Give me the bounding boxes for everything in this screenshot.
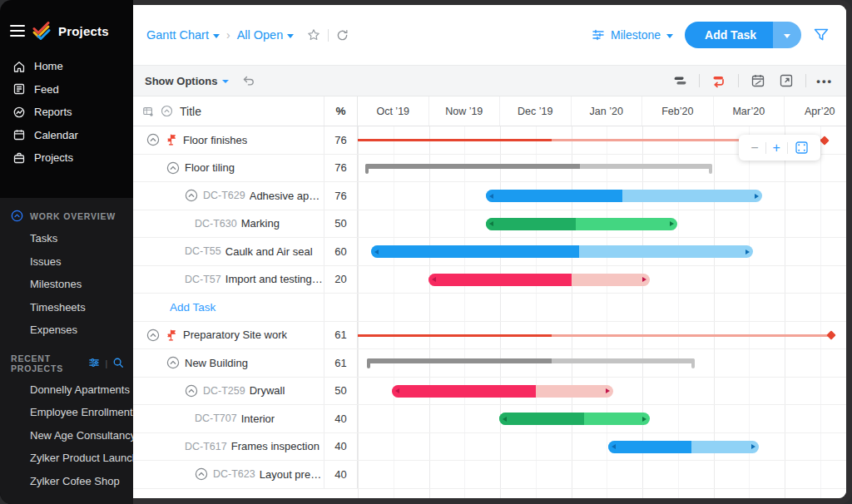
zoom-fit-icon[interactable]	[795, 141, 809, 155]
milestone-line[interactable]	[358, 332, 833, 340]
project-search-icon[interactable]	[112, 357, 125, 369]
add-column-icon[interactable]	[142, 106, 154, 117]
gantt-bar[interactable]	[608, 441, 759, 453]
sidebar-item-milestones[interactable]: Milestones	[0, 273, 133, 296]
collapse-row-icon[interactable]	[185, 384, 198, 398]
filter-funnel-icon[interactable]	[813, 27, 830, 43]
task-name[interactable]: Frames inspection	[231, 440, 320, 452]
more-options-button[interactable]: •••	[816, 75, 833, 87]
gantt-bar[interactable]	[371, 245, 753, 258]
task-percent: 60	[324, 238, 358, 265]
recent-project-item[interactable]: Employee Enrollment	[0, 401, 133, 424]
bar-handle-left[interactable]	[503, 417, 507, 422]
summary-bar[interactable]	[367, 358, 695, 368]
task-id: DC-T629	[203, 190, 245, 201]
fullscreen-icon[interactable]	[777, 72, 795, 90]
sidebar-item-reports[interactable]: Reports	[0, 101, 133, 124]
bar-handle-right[interactable]	[746, 250, 750, 254]
sidebar-item-tasks[interactable]: Tasks	[0, 227, 133, 250]
bar-handle-right[interactable]	[755, 194, 759, 199]
sidebar-item-issues[interactable]: Issues	[0, 250, 133, 274]
collapse-row-icon[interactable]	[146, 133, 160, 146]
milestone-dropdown[interactable]: Milestone	[592, 28, 673, 42]
task-name[interactable]: Floor finishes	[183, 134, 247, 146]
bar-handle-right[interactable]	[642, 417, 646, 422]
bar-handle-right[interactable]	[642, 277, 646, 282]
collapse-row-icon[interactable]	[185, 189, 198, 202]
task-name[interactable]: Drywall	[250, 384, 285, 397]
work-overview-header[interactable]: WORK OVERVIEW	[0, 198, 133, 227]
month-header-cell: Dec ’19	[500, 96, 572, 126]
hamburger-menu-icon[interactable]	[10, 25, 25, 37]
collapse-row-icon[interactable]	[146, 329, 160, 342]
recent-project-item[interactable]: Zylker Cofee Shop	[0, 470, 133, 493]
project-filter-icon[interactable]	[88, 357, 101, 369]
task-name[interactable]: Preparatory Site work	[183, 329, 287, 341]
bar-handle-left[interactable]	[395, 388, 399, 393]
add-task-link[interactable]: Add Task	[170, 301, 215, 314]
gantt-bar[interactable]	[486, 190, 762, 202]
collapse-row-icon[interactable]	[195, 467, 208, 481]
add-task-dropdown[interactable]	[773, 22, 801, 48]
gantt-bars-view-icon[interactable]	[671, 72, 689, 90]
baseline-icon[interactable]	[710, 72, 728, 90]
undo-icon[interactable]	[242, 74, 255, 87]
bar-handle-left[interactable]	[612, 444, 616, 449]
task-id: DC-T57	[185, 274, 221, 285]
gantt-row[interactable]: DC-T57Import and testing of woo..20	[133, 266, 846, 294]
sidebar-item-expenses[interactable]: Expenses	[0, 319, 133, 342]
add-task-button[interactable]: Add Task	[685, 22, 801, 48]
bar-handle-right[interactable]	[606, 388, 610, 393]
bar-handle-right[interactable]	[751, 444, 755, 449]
gantt-row[interactable]: DC-T623Layout presentation40	[133, 461, 846, 489]
gantt-row[interactable]: DC-T617Frames inspection40	[133, 433, 846, 462]
bar-handle-left[interactable]	[489, 194, 493, 199]
refresh-icon[interactable]	[336, 29, 349, 42]
gantt-row[interactable]: New Building61	[133, 349, 846, 378]
task-name[interactable]: Import and testing of woo..	[225, 273, 324, 285]
task-name[interactable]: Floor tiling	[185, 161, 235, 174]
month-header-cell: Jan ’20	[572, 96, 643, 126]
gantt-bar[interactable]	[392, 385, 613, 398]
zoom-out-button[interactable]: −	[750, 141, 758, 155]
favorite-star-icon[interactable]	[307, 28, 320, 42]
gantt-row[interactable]: DC-T259Drywall50	[133, 378, 846, 406]
sidebar-item-home[interactable]: Home	[0, 55, 133, 78]
collapse-row-icon[interactable]	[166, 356, 180, 369]
collapse-row-icon[interactable]	[166, 161, 180, 175]
bar-handle-right[interactable]	[670, 221, 674, 226]
recent-project-item[interactable]: Donnelly Apartments	[0, 378, 133, 402]
bar-handle-left[interactable]	[374, 250, 379, 254]
task-name[interactable]: Marking	[241, 217, 280, 230]
task-name[interactable]: Adhesive application	[250, 190, 324, 202]
collapse-all-icon[interactable]	[161, 105, 173, 117]
show-options-button[interactable]: Show Options	[145, 75, 229, 87]
recent-project-item[interactable]: New Age Consultancy	[0, 424, 133, 447]
gantt-row[interactable]: DC-T630Marking50	[133, 210, 846, 239]
sidebar-item-projects[interactable]: Projects	[0, 146, 133, 170]
task-name[interactable]: Caulk and Air seal	[225, 245, 313, 258]
gantt-bar[interactable]	[428, 274, 651, 286]
sidebar-item-timesheets[interactable]: Timesheets	[0, 296, 133, 319]
gantt-row[interactable]: Preparatory Site work61	[133, 322, 846, 350]
view-selector[interactable]: Gantt Chart	[146, 28, 220, 42]
gantt-row[interactable]: DC-T55Caulk and Air seal60	[133, 238, 846, 266]
recent-project-item[interactable]: Zylker Product Launch	[0, 447, 133, 470]
task-name[interactable]: Interior	[241, 413, 275, 425]
task-name[interactable]: New Building	[185, 357, 248, 369]
task-name[interactable]: Layout presentation	[260, 468, 324, 481]
sidebar-item-feed[interactable]: Feed	[0, 78, 133, 101]
bar-handle-left[interactable]	[432, 277, 436, 282]
gantt-bar[interactable]	[486, 218, 677, 230]
zoom-in-button[interactable]: +	[773, 141, 780, 155]
sidebar-item-calendar[interactable]: Calendar	[0, 124, 133, 147]
gantt-row[interactable]: DC-T629Adhesive application76	[133, 182, 846, 210]
filter-selector[interactable]: All Open	[237, 28, 295, 42]
gantt-bar[interactable]	[499, 413, 650, 425]
gantt-row[interactable]: DC-T707Interior40	[133, 405, 846, 433]
task-id: DC-T55	[185, 245, 221, 257]
calendar-overlay-icon[interactable]	[749, 72, 767, 90]
summary-bar[interactable]	[365, 164, 711, 174]
task-percent: 20	[324, 266, 358, 294]
bar-handle-left[interactable]	[489, 221, 493, 226]
